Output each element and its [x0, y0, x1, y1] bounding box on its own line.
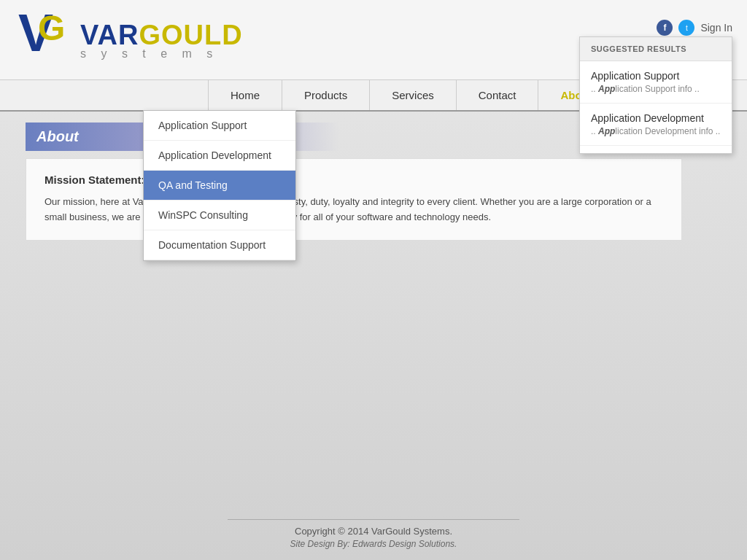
logo-systems: s y s t e m s [80, 47, 243, 61]
logo-brand: VARGOULD [80, 20, 243, 51]
services-dropdown: Application Support Application Developm… [143, 110, 296, 261]
logo-text: VARGOULD s y s t e m s [80, 20, 243, 61]
dropdown-documentation-support[interactable]: Documentation Support [144, 230, 295, 260]
suggested-item-1-desc-prefix: .. [591, 84, 598, 94]
suggested-item-2-highlight: App [598, 126, 615, 136]
about-mission-text: Our mission, here at Var Gould Systems, … [44, 195, 663, 225]
suggested-item-2-desc-suffix: lication Development info .. [615, 126, 720, 136]
about-mission-title: Mission Statement: [44, 174, 663, 186]
nav-home[interactable]: Home [208, 80, 282, 110]
suggested-item-1-desc: .. Application Support info .. [591, 84, 721, 94]
suggested-item-1-highlight: App [598, 84, 615, 94]
dropdown-application-support[interactable]: Application Support [144, 111, 295, 141]
logo-area: V G VARGOULD s y s t e m s [15, 7, 243, 73]
logo-var: VAR [80, 20, 139, 50]
suggested-item-2-title: Application Development [591, 112, 721, 124]
suggested-item-2-desc: .. Application Development info .. [591, 126, 721, 136]
nav-contact[interactable]: Contact [457, 80, 539, 110]
about-content: Mission Statement: Our mission, here at … [26, 158, 682, 241]
logo-gould: GOULD [139, 20, 242, 50]
suggested-item-2-desc-prefix: .. [591, 126, 598, 136]
svg-text:G: G [38, 9, 65, 47]
footer-design: Site Design By: Edwards Design Solutions… [0, 539, 747, 549]
social-signin: f t Sign In [657, 20, 732, 36]
signin-link[interactable]: Sign In [700, 22, 732, 34]
suggested-item-1-desc-suffix: lication Support info .. [615, 84, 699, 94]
nav-products[interactable]: Products [282, 80, 370, 110]
footer: Copyright © 2014 VarGould Systems. Site … [0, 519, 747, 549]
suggested-results-panel: SUGGESTED RESULTS Application Support ..… [579, 36, 732, 154]
suggested-item-1-title: Application Support [591, 70, 721, 82]
facebook-icon[interactable]: f [657, 20, 673, 36]
twitter-icon[interactable]: t [678, 20, 694, 36]
dropdown-winspc-consulting[interactable]: WinSPC Consulting [144, 201, 295, 230]
dropdown-application-development[interactable]: Application Development [144, 141, 295, 171]
suggested-item-1[interactable]: Application Support .. Application Suppo… [580, 61, 732, 104]
footer-copyright: Copyright © 2014 VarGould Systems. [228, 519, 519, 537]
dropdown-qa-testing[interactable]: QA and Testing [144, 171, 295, 201]
suggested-item-2[interactable]: Application Development .. Application D… [580, 104, 732, 146]
suggested-header: SUGGESTED RESULTS [580, 37, 732, 61]
logo-icon: V G [15, 7, 73, 73]
nav-services[interactable]: Services [370, 80, 457, 110]
